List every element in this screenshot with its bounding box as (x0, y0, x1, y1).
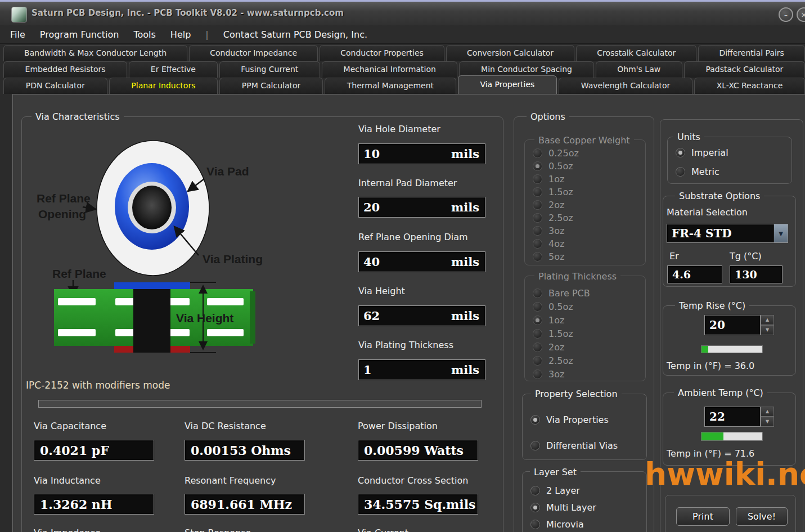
menu-help[interactable]: Help (170, 29, 191, 40)
tab-wavelength-calculator[interactable]: Wavelength Calculator (559, 78, 692, 94)
radio-icon (533, 174, 542, 184)
ref-plane-opening-label-line1: Ref Plane (37, 192, 91, 205)
tg-input[interactable]: 130 (730, 265, 782, 283)
via-height-value: 62 (359, 309, 380, 323)
via-hole-diameter-input[interactable]: 10 mils (358, 143, 485, 164)
tab-conversion-calculator[interactable]: Conversion Calculator (446, 45, 574, 61)
via-plating-thickness-label: Via Plating Thickness (358, 340, 453, 350)
tab-conductor-properties[interactable]: Conductor Properties (320, 45, 444, 61)
via-plating-thickness-input[interactable]: 1 mils (358, 359, 485, 380)
internal-pad-diameter-input[interactable]: 20 mils (358, 197, 485, 218)
spin-down-button[interactable]: ▼ (761, 325, 774, 335)
spin-up-button[interactable]: ▲ (761, 315, 774, 325)
radio-pt-bare-pcb[interactable]: Bare PCB (525, 286, 645, 300)
tab-mechanical-information[interactable]: Mechanical Information (322, 61, 457, 78)
menu-file[interactable]: File (10, 29, 25, 40)
temp-rise-title: Temp Rise (°C) (675, 300, 749, 311)
step-response-label: Step Response (185, 528, 251, 532)
radio-pt-15oz[interactable]: 1.5oz (525, 327, 645, 340)
radio-pt-1oz[interactable]: 1oz (525, 313, 645, 327)
menu-tools[interactable]: Tools (133, 29, 155, 40)
dropdown-arrow-icon[interactable]: ▼ (773, 224, 788, 242)
radio-bcw-1oz[interactable]: 1oz (525, 173, 645, 186)
radio-imperial[interactable]: Imperial (668, 143, 791, 162)
radio-icon (530, 520, 540, 529)
tab-thermal-management[interactable]: Thermal Management (325, 78, 456, 94)
radio-bcw-3oz[interactable]: 3oz (525, 224, 645, 237)
tab-planar-inductors[interactable]: Planar Inductors (109, 78, 218, 94)
via-height-input[interactable]: 62 mils (358, 305, 485, 326)
spin-down-icon: ▼ (766, 327, 769, 332)
solve-button[interactable]: Solve! (736, 507, 788, 526)
ipc-mode-label: IPC-2152 with modifiers mode (26, 380, 170, 391)
radio-pt-25oz[interactable]: 2.5oz (525, 354, 645, 367)
temp-rise-value: 20 (705, 318, 725, 332)
radio-bcw-05oz[interactable]: 0.5oz (525, 160, 645, 173)
tab-pdn-calculator[interactable]: PDN Calculator (3, 78, 107, 94)
radio-bcw-4oz[interactable]: 4oz (525, 237, 645, 250)
radio-2-layer[interactable]: 2 Layer (523, 482, 646, 499)
via-characteristics-title: Via Characteristics (32, 111, 124, 122)
er-input[interactable]: 4.6 (667, 265, 722, 283)
radio-via-properties[interactable]: Via Properties (523, 407, 646, 432)
tab-bandwidth-max-conductor-length[interactable]: Bandwidth & Max Conductor Length (3, 45, 187, 61)
tg-value: 130 (730, 268, 757, 281)
tab-differential-pairs[interactable]: Differential Pairs (698, 45, 805, 61)
material-dropdown[interactable]: FR-4 STD ▼ (667, 224, 788, 243)
via-barrel (133, 289, 170, 353)
watermark: hwwiki.net (645, 459, 805, 490)
menu-contact[interactable]: Contact Saturn PCB Design, Inc. (223, 29, 367, 40)
ambient-temp-input[interactable]: 22 (704, 407, 761, 427)
ref-plane-opening-diam-unit: mils (451, 255, 485, 269)
radio-bcw-25oz[interactable]: 2.5oz (525, 211, 645, 224)
pcb-board-bevel (250, 291, 255, 344)
radio-multi-layer[interactable]: Multi Layer (523, 499, 646, 516)
tab-er-effective[interactable]: Er Effective (129, 61, 217, 78)
radio-pt-05oz[interactable]: 0.5oz (525, 300, 645, 313)
spin-down-button[interactable]: ▼ (761, 417, 774, 427)
tab-row-1: Bandwidth & Max Conductor Length Conduct… (3, 45, 805, 61)
via-pad-label: Via Pad (206, 165, 249, 178)
radio-pt-2oz[interactable]: 2oz (525, 340, 645, 354)
via-dc-resistance-label: Via DC Resistance (185, 421, 266, 431)
spin-up-button[interactable]: ▲ (761, 407, 774, 417)
temp-rise-input[interactable]: 20 (704, 315, 761, 335)
layer-set-group: 2 Layer Multi Layer Microvia (522, 471, 647, 532)
tab-xl-xc-reactance[interactable]: XL-XC Reactance (694, 78, 805, 94)
radio-bcw-025oz[interactable]: 0.25oz (525, 147, 645, 160)
tab-fusing-current[interactable]: Fusing Current (219, 61, 320, 78)
minimize-button[interactable]: – (779, 7, 793, 22)
tab-via-properties[interactable]: Via Properties (458, 75, 557, 94)
via-height-input-label: Via Height (358, 286, 405, 296)
menu-program-function[interactable]: Program Function (40, 29, 119, 40)
print-button[interactable]: Print (676, 507, 730, 526)
ref-plane-opening-label-line2: Opening (38, 208, 86, 220)
tab-conductor-impedance[interactable]: Conductor Impedance (189, 45, 318, 61)
tab-row-3: PDN Calculator Planar Inductors PPM Calc… (3, 78, 805, 94)
units-title: Units (673, 132, 704, 142)
radio-microvia[interactable]: Microvia (523, 516, 646, 532)
radio-metric[interactable]: Metric (668, 162, 791, 181)
property-selection-group: Via Properties Differential Vias (522, 394, 647, 460)
internal-pad-diameter-label: Internal Pad Diameter (358, 178, 457, 188)
spin-up-icon: ▲ (766, 409, 769, 414)
tab-padstack-calculator[interactable]: Padstack Calculator (684, 61, 805, 78)
tab-crosstalk-calculator[interactable]: Crosstalk Calculator (576, 45, 696, 61)
mode-progress-track[interactable] (38, 400, 482, 408)
tab-ohms-law[interactable]: Ohm's Law (596, 61, 682, 78)
tab-ppm-calculator[interactable]: PPM Calculator (219, 78, 323, 94)
radio-bcw-15oz[interactable]: 1.5oz (525, 186, 645, 199)
radio-differential-vias[interactable]: Differential Vias (523, 432, 646, 458)
temp-rise-spinner: ▲ ▼ (761, 315, 774, 335)
radio-icon (533, 239, 542, 249)
radio-pt-3oz[interactable]: 3oz (525, 367, 645, 381)
via-plating-thickness-unit: mils (451, 363, 485, 377)
radio-bcw-5oz[interactable]: 5oz (525, 250, 645, 263)
ref-plane-opening-diam-input[interactable]: 40 mils (358, 251, 485, 272)
tab-embedded-resistors[interactable]: Embedded Resistors (3, 61, 127, 78)
material-value: FR-4 STD (667, 227, 732, 240)
tg-label: Tg (°C) (730, 251, 762, 262)
internal-pad-diameter-value: 20 (359, 200, 380, 214)
close-button[interactable]: ✕ (797, 7, 805, 22)
radio-bcw-2oz[interactable]: 2oz (525, 199, 645, 211)
